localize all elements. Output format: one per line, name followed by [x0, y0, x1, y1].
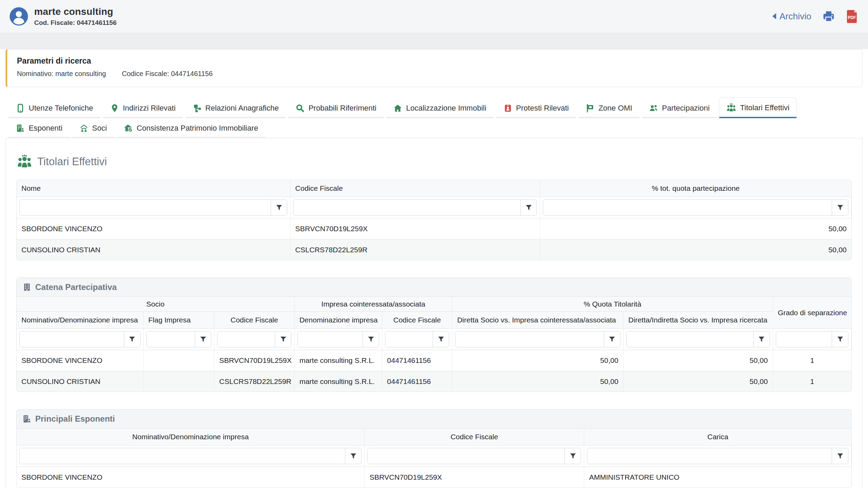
filter-input[interactable] [385, 331, 433, 347]
table-row: SBORDONE VINCENZO SBRVCN70D19L259X AMMIN… [17, 467, 851, 488]
filter-input[interactable] [20, 331, 124, 347]
tab-label: Soci [92, 124, 107, 133]
funnel-icon [280, 336, 287, 342]
page-title: marte consulting [34, 6, 117, 17]
search-params-title: Parametri di ricerca [17, 56, 852, 66]
filter-input-carica[interactable] [587, 448, 832, 464]
search-params-card: Parametri di ricerca Nominativo: marte c… [6, 49, 862, 87]
col-header-nominativo: Nominativo/Denominazione impresa [17, 312, 144, 329]
section-title-text: Titolari Effettivi [37, 156, 107, 168]
filter-button[interactable] [195, 331, 211, 347]
tab-esponenti[interactable]: Esponenti [8, 118, 70, 138]
print-button[interactable] [822, 10, 836, 23]
col-header-diretta-socio: Diretta Socio vs. Impresa cointeressata/… [452, 312, 624, 329]
home-icon [393, 104, 402, 113]
cell-quota-diretta: 50,00 [452, 350, 624, 371]
filter-input[interactable] [298, 331, 363, 347]
filter-button[interactable] [753, 331, 770, 347]
filter-input[interactable] [218, 331, 275, 347]
cell-codice-fiscale-socio: SBRVCN70D19L259X [214, 350, 295, 371]
cell-codice-fiscale: CSLCRS78D22L259R [290, 239, 540, 260]
col-header-codice-fiscale: Codice Fiscale [290, 180, 540, 197]
archive-link-label: Archivio [780, 11, 811, 22]
funnel-icon [350, 453, 357, 459]
filter-button[interactable] [604, 331, 620, 347]
cell-grado-separazione: 1 [773, 371, 851, 392]
filter-button[interactable] [832, 331, 848, 347]
filter-input[interactable] [627, 331, 753, 347]
filter-input-nome[interactable] [20, 200, 271, 215]
company-avatar-icon [10, 7, 28, 26]
cell-quota-indiretta: 50,00 [624, 371, 773, 392]
filter-input-codice-fiscale[interactable] [368, 448, 565, 464]
filter-button[interactable] [275, 331, 291, 347]
filter-button[interactable] [363, 331, 379, 347]
building-icon [22, 283, 31, 292]
search-icon [296, 104, 305, 113]
cell-codice-fiscale-socio: CSLCRS78D22L259R [214, 371, 295, 392]
group-header-quota-titolarita: % Quota Titolarità [452, 297, 773, 312]
filter-button[interactable] [345, 448, 361, 464]
cell-nominativo: SBORDONE VINCENZO [17, 467, 365, 488]
tab-titolari-effettivi[interactable]: Titolari Effettivi [719, 97, 797, 118]
catena-card-title: Catena Partecipativa [35, 282, 117, 292]
tab-partecipazioni[interactable]: Partecipazioni [642, 98, 717, 118]
cell-nominativo: SBORDONE VINCENZO [17, 350, 144, 371]
col-header-carica: Carica [584, 429, 851, 445]
esponenti-card-title: Principali Esponenti [35, 414, 115, 424]
tab-localizzazione-immobili[interactable]: Localizzazione Immobili [386, 98, 494, 118]
tab-zone-omi[interactable]: Zone OMI [578, 98, 640, 118]
filter-input[interactable] [776, 331, 832, 347]
building-user-icon [22, 414, 31, 423]
tab-label: Relazioni Anagrafiche [205, 104, 279, 113]
tab-label: Titolari Effettivi [740, 103, 789, 112]
filter-button[interactable] [832, 448, 848, 464]
tab-protesti-rilevati[interactable]: Protesti Rilevati [496, 98, 577, 118]
filter-button[interactable] [124, 331, 140, 347]
table-row: SBORDONE VINCENZO SBRVCN70D19L259X marte… [17, 350, 851, 371]
filter-button[interactable] [271, 200, 287, 215]
filter-input[interactable] [455, 331, 604, 347]
filter-input-codice-fiscale[interactable] [293, 200, 520, 215]
people-group-icon [726, 103, 736, 113]
back-triangle-icon [772, 13, 777, 20]
tab-relazioni-anagrafiche[interactable]: Relazioni Anagrafiche [185, 98, 287, 118]
filter-input-nominativo[interactable] [20, 448, 345, 464]
col-header-codice-fiscale-socio: Codice Fiscale [214, 312, 295, 329]
filter-button[interactable] [565, 448, 581, 464]
funnel-icon [525, 205, 532, 210]
export-pdf-button[interactable]: PDF [846, 9, 858, 23]
archive-back-link[interactable]: Archivio [772, 11, 811, 22]
funnel-icon [570, 453, 576, 459]
tab-consistenza-patrimonio-immobiliare[interactable]: Consistenza Patrimonio Immobiliare [116, 118, 266, 138]
tab-indirizzi-rilevati[interactable]: Indirizzi Rilevati [103, 98, 183, 118]
funnel-icon [758, 336, 765, 342]
house-check-icon [124, 124, 133, 133]
section-heading-titolari: Titolari Effettivi [17, 154, 852, 169]
funnel-icon [368, 336, 374, 342]
filter-button[interactable] [433, 331, 449, 347]
filter-input[interactable] [147, 331, 195, 347]
filter-button[interactable] [832, 200, 848, 215]
top-bar: marte consulting Cod. Fiscale: 044714611… [0, 0, 868, 33]
cell-flag-impresa [144, 350, 215, 371]
tab-label: Indirizzi Rilevati [123, 104, 176, 113]
tab-utenze-telefoniche[interactable]: Utenze Telefoniche [8, 98, 101, 118]
group-header-grado-separazione: Grado di separazione [773, 297, 851, 329]
cell-codice-fiscale: SBRVCN70D19L259X [290, 218, 540, 239]
filter-input-quota[interactable] [543, 200, 832, 215]
cell-codice-fiscale-impresa: 04471461156 [382, 350, 452, 371]
esponenti-card-header: Principali Esponenti [17, 410, 851, 429]
funnel-icon [438, 336, 444, 342]
tab-label: Zone OMI [598, 104, 632, 113]
cell-grado-separazione: 1 [773, 350, 851, 371]
funnel-icon [837, 453, 843, 459]
filter-button[interactable] [520, 200, 537, 215]
fiscal-code-subtitle: Cod. Fiscale: 04471461156 [34, 19, 117, 27]
tab-probabili-riferimenti[interactable]: Probabili Riferimenti [288, 98, 384, 118]
cell-codice-fiscale-impresa: 04471461156 [382, 371, 452, 392]
cell-quota: 50,00 [540, 218, 851, 239]
tab-soci[interactable]: Soci [72, 118, 115, 138]
col-header-nome: Nome [17, 180, 290, 197]
col-header-codice-fiscale: Codice Fiscale [365, 429, 584, 445]
